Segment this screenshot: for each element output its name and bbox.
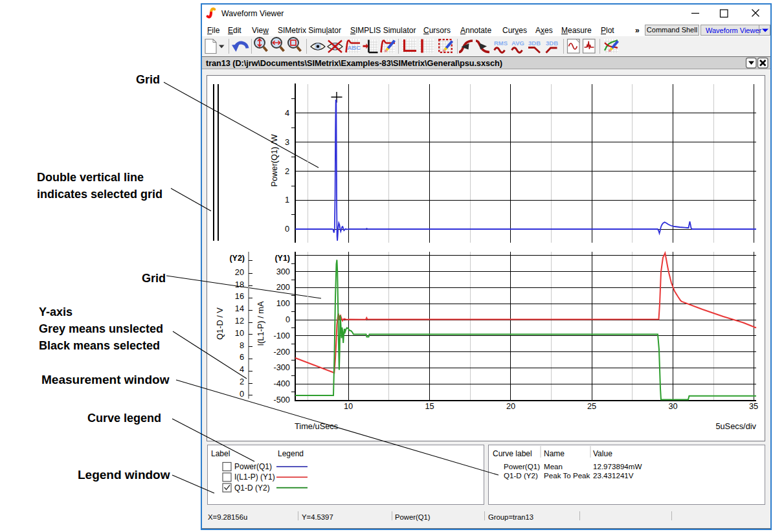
svg-text:-400: -400 xyxy=(273,379,290,388)
svg-text:-500: -500 xyxy=(273,395,290,405)
svg-text:10: 10 xyxy=(344,401,353,411)
svg-text:25: 25 xyxy=(587,401,596,411)
svg-text:20: 20 xyxy=(506,401,515,411)
svg-text:16: 16 xyxy=(235,291,244,301)
svg-text:0: 0 xyxy=(286,315,290,324)
svg-text:15: 15 xyxy=(425,401,434,411)
svg-text:I(L1-P) / mA: I(L1-P) / mA xyxy=(256,301,265,346)
svg-text:(Y1): (Y1) xyxy=(274,254,290,263)
svg-text:8: 8 xyxy=(240,340,244,350)
svg-text:10: 10 xyxy=(235,328,244,338)
svg-text:18: 18 xyxy=(235,280,244,289)
svg-text:3DB: 3DB xyxy=(546,39,558,47)
svg-text:14: 14 xyxy=(235,304,244,313)
svg-text:0: 0 xyxy=(285,224,289,234)
svg-text:Q1-D / V: Q1-D / V xyxy=(215,307,225,340)
svg-text:-100: -100 xyxy=(273,331,290,340)
svg-text:6: 6 xyxy=(240,352,244,362)
svg-text:30: 30 xyxy=(668,401,677,411)
svg-text:1: 1 xyxy=(285,195,289,205)
svg-text:Time/uSecs: Time/uSecs xyxy=(295,421,338,431)
svg-text:4: 4 xyxy=(285,108,289,118)
svg-text:20: 20 xyxy=(235,267,244,277)
svg-text:3: 3 xyxy=(285,137,289,147)
svg-text:100: 100 xyxy=(276,298,290,308)
svg-text:35: 35 xyxy=(749,401,758,411)
svg-text:ABC: ABC xyxy=(348,44,361,51)
svg-text:0: 0 xyxy=(240,389,244,399)
svg-text:12: 12 xyxy=(235,316,244,326)
svg-text:300: 300 xyxy=(276,267,290,276)
svg-text:Power(Q1) /W: Power(Q1) /W xyxy=(269,134,279,187)
svg-text:2: 2 xyxy=(240,377,244,386)
svg-text:200: 200 xyxy=(276,282,290,292)
svg-text:-300: -300 xyxy=(273,362,290,372)
svg-text:4: 4 xyxy=(240,364,244,374)
svg-text:AVG: AVG xyxy=(511,39,524,47)
svg-text:3DB: 3DB xyxy=(528,39,541,47)
svg-text:5uSecs/div: 5uSecs/div xyxy=(715,421,756,431)
svg-text:-200: -200 xyxy=(273,347,290,357)
svg-text:2: 2 xyxy=(285,166,289,176)
svg-text:(Y2): (Y2) xyxy=(229,254,245,263)
svg-text:RMS: RMS xyxy=(494,39,508,47)
